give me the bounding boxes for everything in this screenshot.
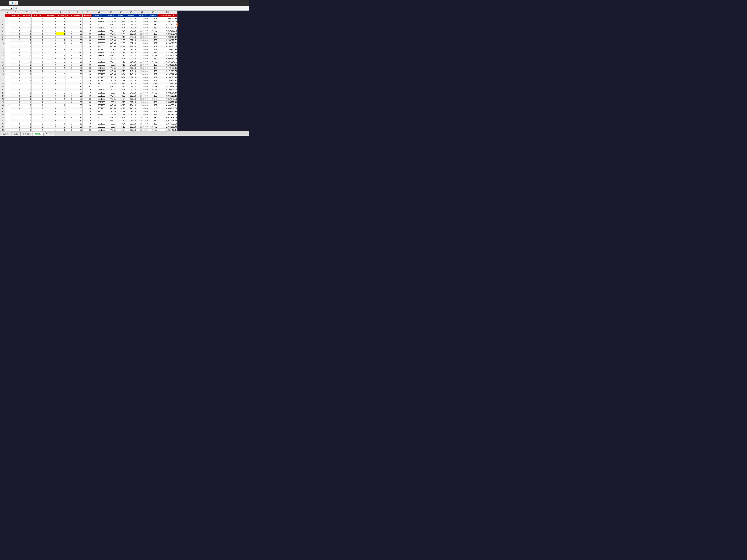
cell-C22[interactable]: 0: [10, 79, 21, 82]
cell-G19[interactable]: 0: [31, 70, 44, 73]
cell-N12[interactable]: 30: [73, 48, 83, 51]
cell-I33[interactable]: 0: [44, 113, 56, 116]
cell-C4[interactable]: 1: [10, 23, 21, 26]
cell-AD15[interactable]: 192.13: [126, 57, 136, 60]
cell-C34[interactable]: 1: [10, 116, 21, 119]
col-AB[interactable]: AB: [106, 11, 117, 14]
cell-AF34[interactable]: 132: [148, 116, 158, 119]
cell-M22[interactable]: 1: [66, 79, 73, 82]
cell-G32[interactable]: 2: [31, 110, 44, 113]
cell-BG30[interactable]: 4,049,955.01: [158, 104, 177, 107]
cell-C7[interactable]: 0: [10, 32, 21, 35]
cell-N4[interactable]: 30: [73, 23, 83, 26]
formula-input[interactable]: [20, 7, 249, 9]
cell-A13[interactable]: [5, 51, 10, 54]
cell-M28[interactable]: 2: [66, 98, 73, 101]
cell-E11[interactable]: 0: [21, 45, 31, 48]
cell-AE35[interactable]: 2554350: [136, 119, 148, 122]
cell-A8[interactable]: [5, 35, 10, 38]
cell-AB16[interactable]: 445.65: [106, 60, 117, 63]
cell-C26[interactable]: 0: [10, 91, 21, 95]
cell-AF24[interactable]: 195.75: [148, 85, 158, 88]
cell-O23[interactable]: 30: [83, 82, 92, 85]
cell-G24[interactable]: 0: [31, 85, 44, 88]
cell-BG5[interactable]: 4,367,902.36: [158, 26, 177, 29]
cell-AA38[interactable]: 2581250: [92, 129, 106, 131]
cell-E27[interactable]: 1: [21, 95, 31, 98]
cell-AA24[interactable]: 2900000: [92, 85, 106, 88]
cell-O4[interactable]: 30: [83, 23, 92, 26]
cell-M12[interactable]: 0: [66, 48, 73, 51]
cell-BG11[interactable]: 4,264,823.25: [158, 45, 177, 48]
cell-AC7[interactable]: 85.44: [117, 32, 126, 35]
cell-N14[interactable]: 30: [73, 54, 83, 57]
cell-O9[interactable]: 30: [83, 38, 92, 42]
cell-A15[interactable]: [5, 57, 10, 60]
cell-BG19[interactable]: 4,171,131.73: [158, 70, 177, 73]
cell-E4[interactable]: 0: [21, 23, 31, 26]
cell-AF20[interactable]: 132: [148, 73, 158, 76]
cell-K21[interactable]: 2: [56, 76, 66, 79]
cell-I1[interactable]: 魔破甲天赋: [44, 14, 56, 17]
cell-E8[interactable]: 0: [21, 35, 31, 38]
cell-AC5[interactable]: 59.94: [117, 26, 126, 29]
cell-AD25[interactable]: 192.13: [126, 88, 136, 91]
cell-AF18[interactable]: 132: [148, 66, 158, 70]
cell-AA21[interactable]: 2581250: [92, 76, 106, 79]
cell-A21[interactable]: [5, 76, 10, 79]
cell-AB35[interactable]: 445.65: [106, 119, 117, 122]
col-N[interactable]: N: [73, 11, 83, 14]
cell-E10[interactable]: 0: [21, 42, 31, 45]
cell-A6[interactable]: [5, 29, 10, 32]
cell-AB13[interactable]: 509.4: [106, 51, 117, 54]
cell-K4[interactable]: 2: [56, 23, 66, 26]
cell-N17[interactable]: 30: [73, 63, 83, 66]
cell-O1[interactable]: 魔结晶养成: [83, 14, 92, 17]
cell-K33[interactable]: 0: [56, 113, 66, 116]
cell-N19[interactable]: 30: [73, 70, 83, 73]
cell-E20[interactable]: 0: [21, 73, 31, 76]
cell-AB6[interactable]: 445.65: [106, 29, 117, 32]
cell-I38[interactable]: 1: [44, 129, 56, 131]
cell-AA2[interactable]: 2581250: [92, 17, 106, 20]
cell-AE31[interactable]: 2235600: [136, 107, 148, 110]
cell-A22[interactable]: [5, 79, 10, 82]
cell-M38[interactable]: 2: [66, 129, 73, 131]
cell-AC8[interactable]: 47.19: [117, 35, 126, 38]
cell-AA27[interactable]: 2581250: [92, 95, 106, 98]
cell-O32[interactable]: 30: [83, 110, 92, 113]
cell-C18[interactable]: 2: [10, 66, 21, 70]
cell-C2[interactable]: 0: [10, 17, 21, 20]
cell-AF27[interactable]: 132: [148, 95, 158, 98]
cell-G3[interactable]: 0: [31, 20, 44, 23]
cell-AB11[interactable]: 445.65: [106, 45, 117, 48]
cell-AD19[interactable]: 243.13: [126, 70, 136, 73]
cell-G30[interactable]: 0: [31, 104, 44, 107]
cell-M2[interactable]: 1: [66, 17, 73, 20]
cell-AA12[interactable]: 2581250: [92, 48, 106, 51]
cell-A17[interactable]: [5, 63, 10, 66]
cell-E26[interactable]: 1: [21, 91, 31, 95]
cell-K5[interactable]: 2: [56, 26, 66, 29]
cell-C23[interactable]: 1: [10, 82, 21, 85]
cell-A35[interactable]: [5, 119, 10, 122]
col-K[interactable]: K: [56, 11, 66, 14]
cell-AA22[interactable]: 2581250: [92, 79, 106, 82]
cell-AB26[interactable]: 509.4: [106, 91, 117, 95]
cell-AC13[interactable]: 47.19: [117, 51, 126, 54]
cell-AF8[interactable]: 132: [148, 35, 158, 38]
cell-M16[interactable]: 2: [66, 60, 73, 63]
col-I[interactable]: I: [44, 11, 56, 14]
cell-N6[interactable]: 30: [73, 29, 83, 32]
cell-C36[interactable]: 0: [10, 122, 21, 126]
cell-AF33[interactable]: 132: [148, 113, 158, 116]
cell-AA6[interactable]: 2581250: [92, 29, 106, 32]
add-tab-button[interactable]: [19, 3, 21, 3]
cell-E35[interactable]: 0: [21, 119, 31, 122]
cell-AA30[interactable]: 2581250: [92, 104, 106, 107]
cell-K12[interactable]: 3: [56, 48, 66, 51]
cell-K30[interactable]: 0: [56, 104, 66, 107]
cell-C21[interactable]: 0: [10, 76, 21, 79]
cell-O19[interactable]: 30: [83, 70, 92, 73]
cell-A4[interactable]: [5, 23, 10, 26]
